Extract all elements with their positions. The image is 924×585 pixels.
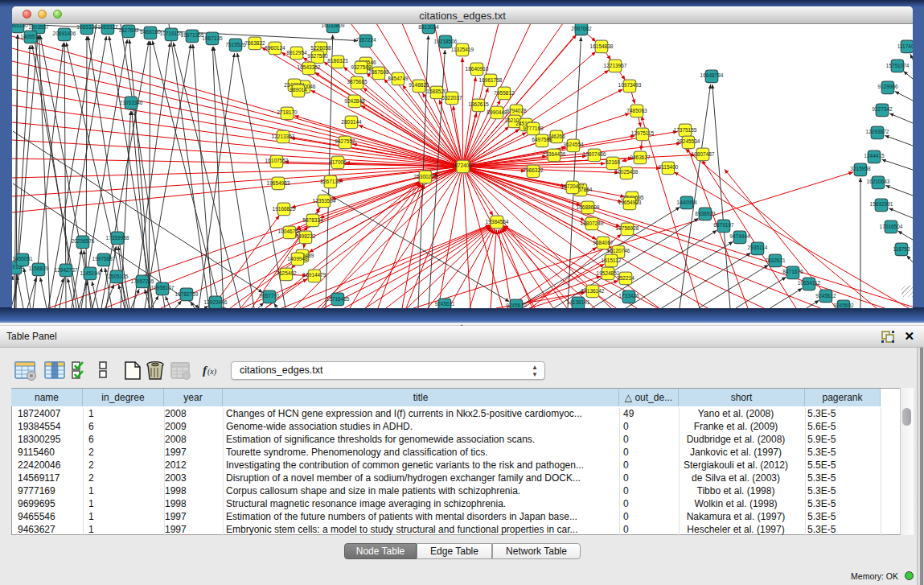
svg-text:10807486: 10807486	[583, 151, 606, 157]
svg-text:8186323: 8186323	[327, 58, 348, 64]
svg-text:5226058: 5226058	[310, 45, 331, 51]
svg-text:9245610: 9245610	[506, 303, 527, 308]
svg-text:7357224: 7357224	[355, 37, 376, 43]
svg-text:3624554: 3624554	[563, 142, 584, 147]
svg-text:17375155: 17375155	[674, 127, 697, 133]
svg-text:1362615: 1362615	[468, 101, 489, 107]
svg-text:9227342: 9227342	[872, 106, 893, 112]
svg-text:1065327: 1065327	[97, 24, 118, 30]
svg-text:6879197: 6879197	[713, 222, 734, 228]
svg-text:2803144: 2803144	[341, 119, 362, 125]
svg-text:8454749: 8454749	[388, 76, 409, 81]
svg-text:19218506: 19218506	[434, 39, 458, 44]
svg-text:9245602: 9245602	[833, 303, 854, 308]
svg-text:9684067: 9684067	[593, 240, 614, 245]
svg-text:8938923: 8938923	[695, 211, 716, 216]
svg-text:19654923: 19654923	[618, 200, 642, 205]
svg-text:1065326: 1065326	[76, 24, 97, 30]
svg-text:16033809: 16033809	[322, 24, 345, 28]
svg-text:15692991: 15692991	[870, 201, 893, 207]
svg-text:3215958: 3215958	[850, 166, 871, 171]
svg-text:9115400: 9115400	[659, 164, 679, 170]
svg-text:6497568: 6497568	[532, 137, 552, 142]
svg-text:16648784: 16648784	[700, 72, 724, 78]
svg-text:9242848: 9242848	[344, 98, 365, 104]
svg-text:15716485: 15716485	[326, 296, 350, 302]
svg-text:12975115: 12975115	[631, 130, 655, 136]
svg-text:12505135: 12505135	[105, 274, 129, 279]
svg-text:2087682: 2087682	[571, 26, 592, 31]
svg-text:10807487: 10807487	[692, 151, 715, 157]
svg-text:19975887: 19975887	[92, 256, 116, 262]
svg-text:14136141: 14136141	[567, 299, 590, 305]
svg-text:9657791: 9657791	[259, 293, 280, 299]
svg-text:8912954: 8912954	[286, 50, 307, 56]
svg-text:16120746: 16120746	[607, 248, 630, 253]
svg-text:10025438: 10025438	[615, 169, 639, 175]
svg-text:12353594: 12353594	[313, 198, 336, 204]
svg-text:10654112: 10654112	[798, 280, 821, 286]
svg-text:1588520: 1588520	[426, 89, 447, 94]
svg-text:8267130: 8267130	[320, 179, 341, 184]
svg-text:20691406: 20691406	[53, 31, 76, 36]
svg-text:7955812: 7955812	[494, 90, 515, 96]
svg-text:1244415: 1244415	[864, 153, 885, 159]
svg-text:9427552: 9427552	[335, 138, 355, 144]
svg-text:12213363: 12213363	[272, 134, 295, 139]
svg-text:5878334: 5878334	[302, 217, 323, 223]
svg-text:12942737: 12942737	[55, 267, 78, 273]
svg-text:1440954: 1440954	[676, 200, 697, 205]
svg-text:1145194: 1145194	[80, 270, 101, 276]
svg-text:7515526: 7515526	[225, 42, 246, 47]
svg-text:7625402: 7625402	[276, 270, 297, 276]
svg-text:989014: 989014	[290, 87, 307, 93]
svg-text:9245611: 9245611	[435, 301, 455, 307]
svg-text:(x): (x)	[207, 367, 217, 377]
svg-text:6466160: 6466160	[140, 29, 161, 35]
svg-text:19654983: 19654983	[267, 180, 290, 186]
svg-text:18640910: 18640910	[466, 66, 489, 72]
svg-text:21364436: 21364436	[543, 151, 566, 157]
svg-text:12213967: 12213967	[604, 63, 627, 68]
svg-text:10973493: 10973493	[618, 82, 642, 88]
svg-text:8471676: 8471676	[782, 269, 803, 274]
svg-text:10719155: 10719155	[160, 31, 183, 36]
svg-text:9129966: 9129966	[877, 84, 898, 89]
svg-text:8813054: 8813054	[418, 24, 439, 30]
svg-text:1455051: 1455051	[12, 256, 33, 262]
svg-text:16154838: 16154838	[590, 43, 614, 49]
svg-text:1067135: 1067135	[202, 35, 223, 41]
svg-text:62160: 62160	[606, 159, 620, 165]
svg-text:2867608: 2867608	[368, 69, 389, 75]
svg-text:17359938: 17359938	[106, 235, 129, 241]
svg-text:17016504: 17016504	[880, 224, 903, 229]
svg-text:1117404: 1117404	[897, 43, 913, 49]
svg-text:17957255: 17957255	[131, 278, 154, 284]
svg-text:16107552: 16107552	[265, 158, 289, 163]
svg-text:38245534: 38245534	[677, 138, 700, 144]
svg-text:8960124: 8960124	[265, 45, 285, 51]
svg-text:5322037: 5322037	[441, 95, 462, 101]
svg-text:1409948: 1409948	[287, 256, 308, 262]
svg-text:16782759: 16782759	[175, 291, 199, 297]
svg-text:7663822: 7663822	[244, 40, 265, 46]
svg-text:18724007: 18724007	[452, 163, 475, 168]
svg-text:19384554: 19384554	[486, 219, 509, 225]
svg-text:15720407: 15720407	[561, 183, 585, 189]
svg-text:15751074: 15751074	[886, 63, 910, 68]
svg-text:10958107: 10958107	[151, 285, 175, 290]
svg-text:118753: 118753	[893, 246, 910, 252]
svg-text:16543362: 16543362	[298, 64, 321, 70]
svg-text:18807249: 18807249	[581, 220, 604, 226]
svg-text:9327500: 9327500	[307, 53, 328, 59]
svg-text:1527602: 1527602	[118, 27, 139, 33]
svg-text:11325419: 11325419	[451, 47, 474, 52]
svg-text:9777169: 9777169	[523, 126, 544, 131]
svg-text:16914479: 16914479	[303, 272, 326, 278]
svg-text:12093872: 12093872	[866, 129, 889, 134]
svg-text:7986322: 7986322	[523, 167, 544, 173]
svg-text:9146821: 9146821	[409, 82, 429, 88]
svg-text:20206576: 20206576	[72, 238, 95, 244]
svg-text:417006: 417006	[329, 159, 347, 165]
svg-text:21053346: 21053346	[120, 100, 143, 105]
